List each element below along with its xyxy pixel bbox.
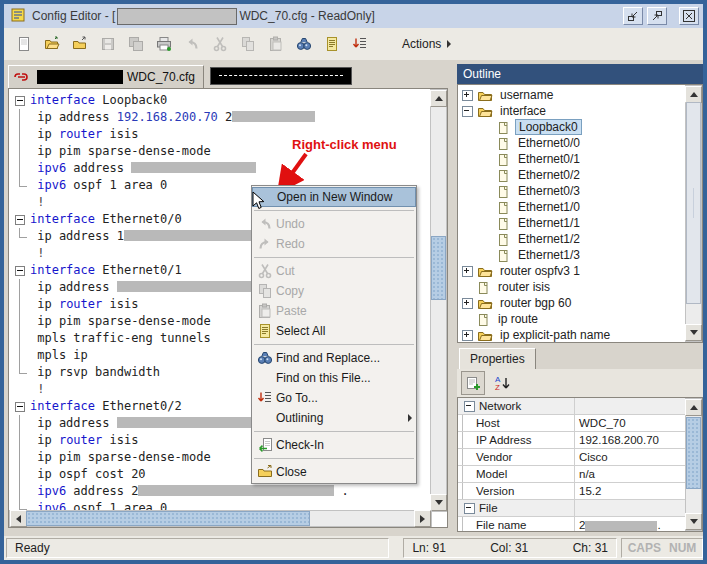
outline-item-ethernet1-0[interactable]: Ethernet1/0 [458, 199, 687, 215]
select-all-button[interactable] [320, 32, 344, 56]
status-locks: CAPS NUM [621, 538, 703, 558]
doc-icon [475, 280, 491, 295]
fold-guide [13, 432, 30, 449]
properties-scroll-up-button[interactable] [685, 399, 702, 416]
folder-icon [477, 88, 493, 103]
close-file-button[interactable] [68, 32, 92, 56]
fold-guide [13, 415, 30, 432]
editor-scroll-up-button[interactable] [430, 90, 447, 107]
doc-icon [495, 120, 511, 135]
outline-item-interface[interactable]: interface [458, 103, 687, 119]
collapse-icon[interactable] [464, 401, 475, 412]
property-row-vendor[interactable]: VendorCisco [458, 449, 687, 466]
svg-text:Z: Z [495, 383, 500, 391]
menu-item-find-on-this-file[interactable]: Find on this File... [252, 368, 416, 388]
goto-icon [254, 390, 276, 406]
find-button[interactable] [292, 32, 316, 56]
collapse-icon[interactable] [464, 503, 475, 514]
property-row-ip-address[interactable]: IP Address192.168.200.70 [458, 432, 687, 449]
editor-vscroll-thumb[interactable] [431, 236, 446, 300]
property-row-version[interactable]: Version15.2 [458, 483, 687, 500]
tab-label: WDC_70.cfg [127, 70, 195, 84]
sort-alphabetical-button[interactable]: A Z [491, 371, 515, 395]
outline-item-ethernet1-3[interactable]: Ethernet1/3 [458, 247, 687, 263]
menu-item-undo[interactable]: Undo [252, 214, 416, 234]
tab-active-wdc70[interactable]: WDC_70.cfg [8, 65, 204, 88]
copy-icon [254, 283, 276, 299]
menu-item-outlining[interactable]: Outlining [252, 408, 416, 428]
outline-item-ethernet1-2[interactable]: Ethernet1/2 [458, 231, 687, 247]
maximize-button[interactable] [647, 7, 667, 25]
redacted-text [131, 162, 256, 173]
menu-item-paste[interactable]: Paste [252, 301, 416, 321]
fold-collapse-icon[interactable] [13, 211, 30, 228]
menu-item-copy[interactable]: Copy [252, 281, 416, 301]
property-category-network[interactable]: Network [458, 398, 687, 415]
property-row-host[interactable]: HostWDC_70 [458, 415, 687, 432]
editor-scroll-left-button[interactable] [10, 510, 27, 527]
outline-item-ip-explicit-path-name[interactable]: ip explicit-path name [458, 327, 687, 343]
outline-vscrollbar[interactable] [685, 85, 702, 342]
fold-collapse-icon[interactable] [13, 398, 30, 415]
actions-menu[interactable]: Actions [402, 37, 451, 51]
doc-icon [495, 152, 511, 167]
expand-icon[interactable] [462, 298, 473, 309]
outline-item-ip-route[interactable]: ip route [458, 311, 687, 327]
collapse-icon[interactable] [462, 106, 473, 117]
outline-item-ethernet0-2[interactable]: Ethernet0/2 [458, 167, 687, 183]
doc-icon [495, 200, 511, 215]
outline-item-ethernet1-1[interactable]: Ethernet1/1 [458, 215, 687, 231]
menu-item-find-and-replace[interactable]: Find and Replace... [252, 348, 416, 368]
print-button[interactable] [152, 32, 176, 56]
folder-icon [477, 104, 493, 119]
outline-item-router-ospfv3-1[interactable]: router ospfv3 1 [458, 263, 687, 279]
outline-item-ethernet0-3[interactable]: Ethernet0/3 [458, 183, 687, 199]
outline-item-router-isis[interactable]: router isis [458, 279, 687, 295]
outline-scroll-up-button[interactable] [685, 86, 702, 103]
outline-scroll-down-button[interactable] [685, 324, 702, 341]
fold-guide [13, 313, 30, 330]
open-file-button[interactable] [40, 32, 64, 56]
expand-icon[interactable] [462, 266, 473, 277]
num-lock-indicator: NUM [669, 541, 696, 555]
tab-inactive-redacted[interactable] [210, 67, 352, 85]
expand-icon[interactable] [462, 330, 473, 341]
menu-item-redo[interactable]: Redo [252, 234, 416, 254]
new-file-button[interactable] [12, 32, 36, 56]
editor-scroll-right-button[interactable] [414, 510, 431, 527]
window-title-prefix: Config Editor - [ [32, 9, 115, 23]
editor-scroll-down-button[interactable] [430, 494, 447, 511]
property-category-file[interactable]: File [458, 500, 687, 517]
menu-item-close[interactable]: Close [252, 462, 416, 482]
menu-item-open-in-new-window[interactable]: Open in New Window [252, 187, 416, 207]
undo-icon [254, 216, 276, 232]
menu-item-cut[interactable]: Cut [252, 261, 416, 281]
goto-button[interactable] [348, 32, 372, 56]
property-row-file-name[interactable]: File name2. [458, 517, 687, 532]
menu-item-go-to[interactable]: Go To... [252, 388, 416, 408]
menu-item-check-in[interactable]: Check-In [252, 435, 416, 455]
outline-item-loopback0[interactable]: Loopback0 [458, 119, 687, 135]
outline-item-ethernet0-0[interactable]: Ethernet0/0 [458, 135, 687, 151]
close-button[interactable] [679, 7, 699, 25]
menu-item-select-all[interactable]: Select All [252, 321, 416, 341]
property-row-model[interactable]: Modeln/a [458, 466, 687, 483]
outline-vscroll-thumb[interactable] [686, 102, 701, 304]
minimize-button[interactable] [623, 7, 643, 25]
properties-vscroll-thumb[interactable] [686, 417, 701, 489]
editor-hscroll-thumb[interactable] [26, 511, 310, 526]
expand-icon[interactable] [462, 90, 473, 101]
editor-hscrollbar[interactable] [9, 510, 432, 527]
categorize-button[interactable] [461, 371, 485, 395]
properties-scroll-down-button[interactable] [685, 513, 702, 530]
properties-vscrollbar[interactable] [685, 398, 702, 531]
outline-item-ethernet0-1[interactable]: Ethernet0/1 [458, 151, 687, 167]
outline-item-router-bgp-60[interactable]: router bgp 60 [458, 295, 687, 311]
tab-properties[interactable]: Properties [459, 348, 536, 369]
fold-guide [13, 347, 30, 364]
fold-guide [13, 228, 30, 245]
fold-collapse-icon[interactable] [13, 262, 30, 279]
outline-item-username[interactable]: username [458, 87, 687, 103]
editor-vscrollbar[interactable] [430, 89, 447, 512]
fold-collapse-icon[interactable] [13, 92, 30, 109]
